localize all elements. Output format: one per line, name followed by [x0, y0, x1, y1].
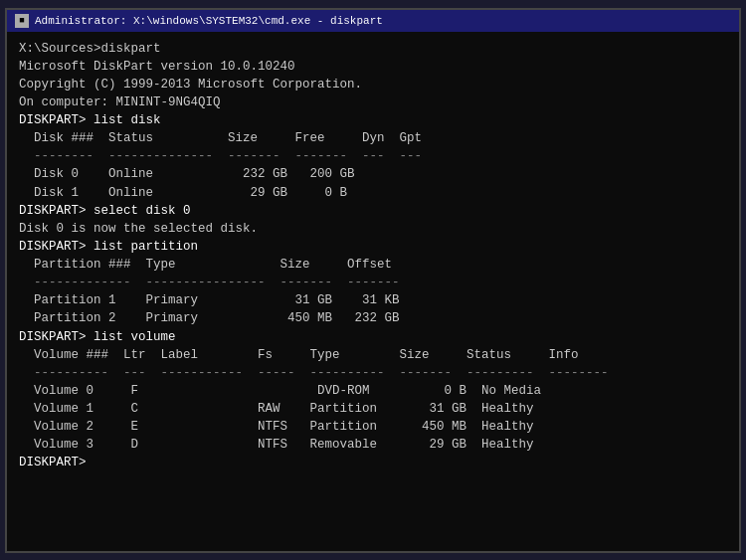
- terminal-line: Disk 0 is now the selected disk.: [19, 220, 727, 238]
- terminal-line: Volume ### Ltr Label Fs Type Size Status…: [19, 346, 727, 364]
- terminal-line: Partition 1 Primary 31 GB 31 KB: [19, 291, 727, 309]
- terminal-line: Volume 2 E NTFS Partition 450 MB Healthy: [19, 418, 727, 436]
- terminal-line: Partition ### Type Size Offset: [19, 256, 727, 274]
- terminal-line: Disk 0 Online 232 GB 200 GB: [19, 165, 727, 183]
- terminal-line: Copyright (C) 1999-2013 Microsoft Corpor…: [19, 76, 727, 93]
- terminal-line: Disk ### Status Size Free Dyn Gpt: [19, 129, 727, 147]
- terminal-line: DISKPART> list volume: [19, 328, 727, 346]
- terminal-line: Partition 2 Primary 450 MB 232 GB: [19, 309, 727, 327]
- terminal-line: Microsoft DiskPart version 10.0.10240: [19, 58, 727, 76]
- terminal-line: On computer: MININT-9NG4QIQ: [19, 93, 727, 111]
- terminal-line: DISKPART>: [19, 454, 727, 471]
- title-bar-label: Administrator: X:\windows\SYSTEM32\cmd.e…: [35, 15, 383, 27]
- terminal-line: X:\Sources>diskpart: [19, 40, 727, 58]
- terminal-line: ---------- --- ----------- ----- -------…: [19, 364, 727, 382]
- terminal-line: Volume 0 F DVD-ROM 0 B No Media: [19, 382, 727, 400]
- terminal-line: Volume 3 D NTFS Removable 29 GB Healthy: [19, 436, 727, 454]
- terminal-line: ------------- ---------------- ------- -…: [19, 274, 727, 291]
- terminal-line: Disk 1 Online 29 GB 0 B: [19, 184, 727, 202]
- terminal-line: Volume 1 C RAW Partition 31 GB Healthy: [19, 400, 727, 418]
- terminal-line: DISKPART> select disk 0: [19, 202, 727, 220]
- terminal-line: DISKPART> list partition: [19, 238, 727, 256]
- terminal-line: -------- -------------- ------- ------- …: [19, 147, 727, 165]
- terminal-window: ■ Administrator: X:\windows\SYSTEM32\cmd…: [5, 8, 741, 553]
- terminal-content[interactable]: X:\Sources>diskpartMicrosoft DiskPart ve…: [7, 32, 739, 551]
- terminal-line: DISKPART> list disk: [19, 111, 727, 129]
- title-bar: ■ Administrator: X:\windows\SYSTEM32\cmd…: [7, 10, 739, 32]
- cmd-icon: ■: [15, 14, 29, 28]
